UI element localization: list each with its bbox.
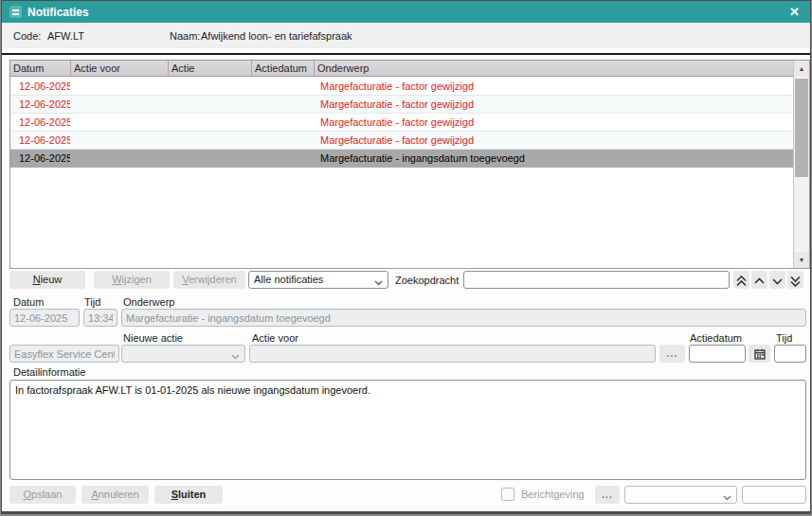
- column-header-actie[interactable]: Actie: [168, 61, 251, 77]
- cell-actiedatum: [252, 114, 312, 131]
- tijd2-field[interactable]: [774, 345, 806, 363]
- berichtgeving-dropdown[interactable]: [624, 486, 737, 504]
- window-title: Notificaties: [27, 6, 89, 19]
- column-header-datum[interactable]: Datum: [10, 61, 70, 77]
- scroll-last-button[interactable]: [787, 271, 803, 289]
- vertical-scrollbar[interactable]: ▲ ▼: [793, 61, 809, 268]
- notifications-table: Datum Actie voor Actie Actiedatum Onderw…: [9, 60, 810, 269]
- cell-datum: 12-06-2025: [19, 78, 70, 95]
- berichtgeving-extra-field[interactable]: [742, 486, 806, 504]
- cell-actie: [169, 114, 249, 131]
- cell-onderwerp: Margefacturatie - ingangsdatum toegevoeg…: [320, 150, 789, 167]
- scroll-next-button[interactable]: [769, 271, 785, 289]
- naam-value: Afwijkend loon- en tariefafspraak: [201, 30, 352, 42]
- column-header-actie-voor[interactable]: Actie voor: [70, 61, 168, 77]
- table-row[interactable]: 12-06-2025 Margefacturatie - factor gewi…: [10, 114, 793, 132]
- cell-actie: [169, 78, 249, 95]
- zoekopdracht-label: Zoekopdracht: [395, 275, 459, 286]
- tijd-field: [83, 309, 117, 327]
- afzender-field: [9, 345, 119, 363]
- calendar-button[interactable]: [749, 345, 770, 363]
- cell-onderwerp: Margefacturatie - factor gewijzigd: [320, 78, 789, 95]
- table-row[interactable]: 12-06-2025 Margefacturatie - factor gewi…: [10, 132, 793, 150]
- close-icon[interactable]: ✕: [786, 5, 803, 19]
- scrollbar-thumb[interactable]: [795, 79, 808, 177]
- scroll-up-icon[interactable]: ▲: [794, 61, 809, 77]
- column-header-actiedatum[interactable]: Actiedatum: [251, 61, 314, 77]
- nieuw-button[interactable]: Nieuw: [9, 271, 85, 289]
- chevron-down-icon: [231, 348, 240, 363]
- cell-actiedatum: [252, 96, 312, 113]
- datum-label: Datum: [13, 296, 44, 308]
- cell-actie: [169, 150, 249, 167]
- nieuwe-actie-dropdown[interactable]: [121, 345, 245, 363]
- scroll-first-button[interactable]: [733, 271, 749, 289]
- cell-actie: [169, 132, 249, 149]
- cell-onderwerp: Margefacturatie - factor gewijzigd: [320, 132, 789, 149]
- berichtgeving-checkbox[interactable]: [501, 488, 514, 501]
- cell-actiedatum: [252, 150, 312, 167]
- detailinformatie-label: Detailinformatie: [13, 366, 85, 378]
- chevron-down-icon: [772, 276, 783, 287]
- datum-field: [9, 309, 80, 327]
- naam-label: Naam:: [170, 30, 200, 42]
- table-body: 12-06-2025 Margefacturatie - factor gewi…: [10, 78, 793, 268]
- sluiten-button[interactable]: Sluiten: [154, 486, 223, 504]
- tijd2-label: Tijd: [776, 332, 792, 344]
- chevron-up-icon: [754, 276, 765, 287]
- cell-onderwerp: Margefacturatie - factor gewijzigd: [320, 114, 789, 131]
- search-input[interactable]: [463, 271, 730, 289]
- cell-actiedatum: [252, 132, 312, 149]
- cell-actie-voor: [71, 132, 166, 149]
- berichtgeving-browse-button[interactable]: ...: [595, 486, 620, 504]
- filter-dropdown-value: Alle notificaties: [254, 274, 323, 285]
- code-label: Code:: [13, 30, 41, 42]
- column-header-onderwerp[interactable]: Onderwerp: [314, 61, 793, 77]
- double-chevron-down-icon: [790, 276, 801, 287]
- chevron-down-icon: [374, 275, 383, 289]
- cell-actie-voor: [71, 150, 166, 167]
- opslaan-button[interactable]: Opslaan: [9, 486, 76, 504]
- tijd-label: Tijd: [84, 296, 100, 308]
- onderwerp-field: [121, 309, 806, 327]
- cell-actie-voor: [71, 114, 166, 131]
- cell-datum: 12-06-2025: [19, 150, 70, 167]
- table-row[interactable]: 12-06-2025 Margefacturatie - factor gewi…: [10, 78, 793, 96]
- table-header: Datum Actie voor Actie Actiedatum Onderw…: [10, 61, 793, 77]
- wijzigen-button[interactable]: Wijzigen: [94, 271, 170, 289]
- header-divider: [2, 53, 810, 55]
- actiedatum-field[interactable]: [689, 345, 746, 363]
- cell-datum: 12-06-2025: [19, 132, 70, 149]
- actie-voor-label: Actie voor: [252, 332, 298, 344]
- verwijderen-button[interactable]: Verwijderen: [173, 271, 245, 289]
- actie-voor-browse-button[interactable]: ...: [659, 345, 685, 363]
- cell-actie-voor: [71, 78, 166, 95]
- table-row[interactable]: 12-06-2025 Margefacturatie - factor gewi…: [10, 96, 793, 114]
- cell-onderwerp: Margefacturatie - factor gewijzigd: [320, 96, 789, 113]
- cell-actie-voor: [71, 96, 166, 113]
- identity-strip: Code: AFW.LT Naam: Afwijkend loon- en ta…: [2, 23, 810, 48]
- chevron-down-icon: [723, 489, 731, 504]
- actiedatum-label: Actiedatum: [690, 332, 742, 344]
- cell-datum: 12-06-2025: [19, 96, 70, 113]
- berichtgeving-label: Berichtgeving: [521, 489, 585, 500]
- cell-actie: [169, 96, 249, 113]
- nieuwe-actie-label: Nieuwe actie: [123, 332, 183, 344]
- double-chevron-up-icon: [736, 276, 747, 287]
- scroll-prev-button[interactable]: [751, 271, 767, 289]
- cell-actiedatum: [252, 78, 312, 95]
- calendar-icon: [754, 348, 766, 360]
- detailinformatie-textarea[interactable]: In factorafspraak AFW.LT is 01-01-2025 a…: [9, 380, 806, 480]
- actie-voor-field: [249, 345, 656, 363]
- scroll-down-icon[interactable]: ▼: [794, 252, 809, 268]
- code-value: AFW.LT: [47, 30, 84, 42]
- onderwerp-label: Onderwerp: [123, 296, 174, 308]
- title-bar: Notificaties ✕: [2, 1, 810, 23]
- annuleren-button[interactable]: Annuleren: [81, 486, 149, 504]
- notificaties-window: Notificaties ✕ Code: AFW.LT Naam: Afwijk…: [1, 0, 811, 514]
- table-row-selected[interactable]: 12-06-2025 Margefacturatie - ingangsdatu…: [10, 150, 793, 168]
- cell-datum: 12-06-2025: [19, 114, 70, 131]
- filter-dropdown[interactable]: Alle notificaties: [248, 271, 388, 289]
- notification-window-icon: [9, 6, 22, 18]
